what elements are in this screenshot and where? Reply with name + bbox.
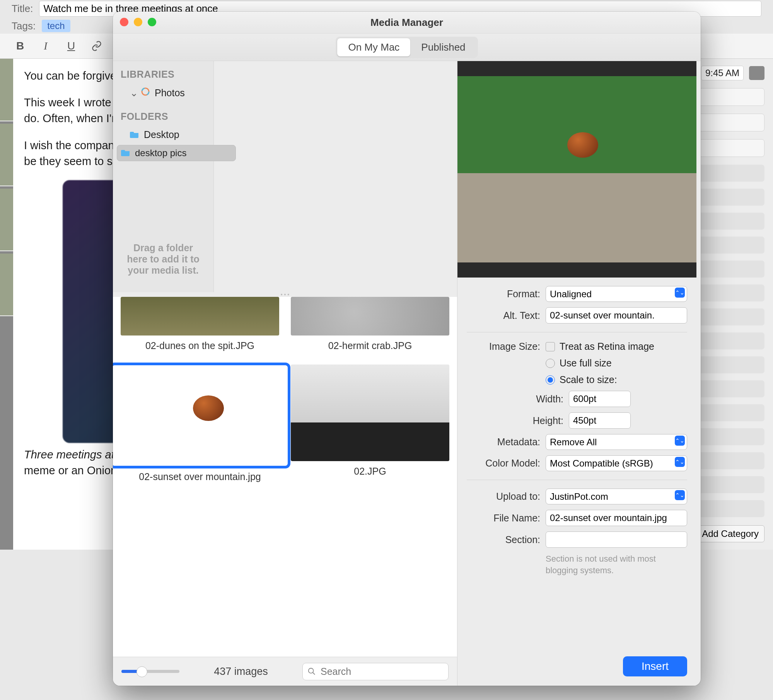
sidebar-item-desktop[interactable]: Desktop xyxy=(117,127,210,143)
upload-to-label: Upload to: xyxy=(467,491,540,502)
thumbnail-caption: 02-sunset over mountain.jpg xyxy=(139,471,261,482)
thumbnail-cell[interactable]: 02-dunes on the spit.JPG xyxy=(121,297,279,351)
width-label: Width: xyxy=(467,393,563,405)
minimize-icon[interactable] xyxy=(134,18,142,26)
tags-label: Tags: xyxy=(12,20,36,32)
image-preview xyxy=(457,61,696,278)
sidebar-item-desktop-pics[interactable]: desktop pics xyxy=(117,145,236,161)
svg-point-2 xyxy=(309,668,314,673)
section-label: Section: xyxy=(467,534,540,545)
retina-checkbox[interactable] xyxy=(546,342,555,351)
search-field[interactable] xyxy=(302,663,449,680)
zoom-icon[interactable] xyxy=(148,18,156,26)
add-category-button[interactable]: Add Category xyxy=(696,525,764,542)
tab-on-my-mac[interactable]: On My Mac xyxy=(337,38,410,56)
full-size-radio[interactable] xyxy=(546,359,555,368)
left-thumb-strip xyxy=(0,59,13,550)
close-icon[interactable] xyxy=(120,18,128,26)
alt-text-label: Alt. Text: xyxy=(467,310,540,321)
thumbnail-image[interactable] xyxy=(291,297,449,336)
calendar-icon[interactable] xyxy=(749,66,764,80)
search-input[interactable] xyxy=(320,666,444,678)
thumbnail-caption: 02-dunes on the spit.JPG xyxy=(145,340,254,351)
sidebar-heading-folders: FOLDERS xyxy=(113,109,213,124)
image-count: 437 images xyxy=(188,666,294,678)
insert-button[interactable]: Insert xyxy=(623,656,687,676)
tab-published[interactable]: Published xyxy=(410,38,476,56)
thumbnail-size-slider[interactable] xyxy=(121,670,179,673)
svg-line-3 xyxy=(313,673,315,675)
drop-hint: Drag a folder here to add it to your med… xyxy=(113,233,213,287)
thumbnail-image[interactable] xyxy=(121,297,279,336)
thumbnail-image[interactable] xyxy=(113,364,288,467)
file-name-input[interactable] xyxy=(546,510,687,526)
link-button[interactable] xyxy=(88,37,105,55)
underline-button[interactable]: U xyxy=(63,37,80,55)
sidebar-item-photos[interactable]: ⌄ Photos xyxy=(117,85,210,101)
metadata-label: Metadata: xyxy=(467,436,540,448)
scale-to-size-label: Scale to size: xyxy=(560,374,617,385)
height-input[interactable] xyxy=(569,412,631,429)
format-select[interactable]: Unaligned xyxy=(546,286,687,302)
scale-to-size-radio[interactable] xyxy=(546,375,555,385)
color-model-select[interactable]: Most Compatible (sRGB) xyxy=(546,455,687,471)
full-size-label: Use full size xyxy=(560,358,612,369)
chevron-updown-icon: ⌃⌄ xyxy=(675,490,685,500)
window-title: Media Manager xyxy=(370,17,443,29)
metadata-select[interactable]: Remove All xyxy=(546,434,687,450)
split-handle[interactable]: • • • xyxy=(113,292,457,297)
section-input[interactable] xyxy=(546,531,687,548)
thumbnail-caption: 02.JPG xyxy=(354,466,386,477)
thumbnail-caption: 02-hermit crab.JPG xyxy=(328,340,412,351)
upload-to-select[interactable]: JustinPot.com xyxy=(546,489,687,504)
chevron-updown-icon: ⌃⌄ xyxy=(675,288,685,298)
section-note: Section is not used with most blogging s… xyxy=(546,553,687,576)
photos-library-icon xyxy=(141,87,150,99)
tag-tech[interactable]: tech xyxy=(42,20,70,32)
chevron-updown-icon: ⌃⌄ xyxy=(675,436,685,446)
media-manager-window: Media Manager On My Mac Published LIBRAR… xyxy=(113,12,701,686)
chevron-down-icon[interactable]: ⌄ xyxy=(130,87,136,99)
image-details-panel: Format: Unaligned ⌃⌄ Alt. Text: xyxy=(457,61,696,686)
time-field[interactable]: 9:45 AM xyxy=(701,66,744,80)
chevron-updown-icon: ⌃⌄ xyxy=(675,457,685,467)
titlebar: Media Manager xyxy=(113,12,701,34)
alt-text-input[interactable] xyxy=(546,307,687,324)
thumbnail-cell[interactable]: 02-hermit crab.JPG xyxy=(291,297,449,351)
image-size-label: Image Size: xyxy=(467,341,540,352)
sidebar-item-label: desktop pics xyxy=(135,148,186,158)
folder-icon xyxy=(121,148,130,158)
sidebar-heading-libraries: LIBRARIES xyxy=(113,66,213,82)
thumbnail-grid[interactable]: 02-dunes on the spit.JPG02-hermit crab.J… xyxy=(113,297,457,657)
source-sidebar: LIBRARIES ⌄ Photos FOLDERS xyxy=(113,61,214,292)
bold-button[interactable]: B xyxy=(12,37,29,55)
color-model-label: Color Model: xyxy=(467,458,540,469)
retina-label: Treat as Retina image xyxy=(560,341,654,352)
thumbnail-image[interactable] xyxy=(291,364,449,461)
thumbnail-cell[interactable]: 02.JPG xyxy=(291,364,449,482)
width-input[interactable] xyxy=(569,391,631,407)
format-label: Format: xyxy=(467,288,540,300)
italic-button[interactable]: I xyxy=(37,37,54,55)
height-label: Height: xyxy=(467,415,563,426)
search-icon xyxy=(307,667,316,676)
title-label: Title: xyxy=(12,3,33,15)
thumbnail-cell[interactable]: 02-sunset over mountain.jpg xyxy=(121,364,279,482)
file-name-label: File Name: xyxy=(467,513,540,524)
sidebar-item-label: Photos xyxy=(155,87,185,99)
sidebar-item-label: Desktop xyxy=(144,129,179,140)
folder-icon xyxy=(130,129,139,140)
source-segmented-control[interactable]: On My Mac Published xyxy=(336,37,478,58)
